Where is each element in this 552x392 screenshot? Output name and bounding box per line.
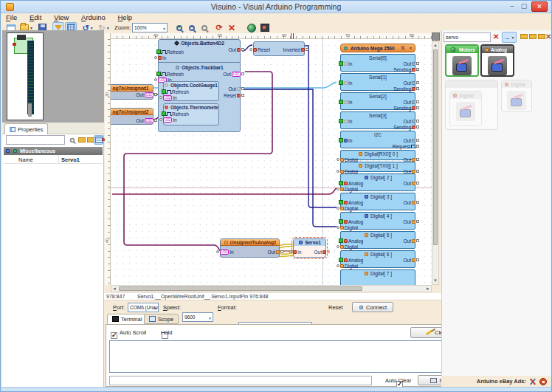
tab-properties[interactable]: Properties <box>4 123 48 134</box>
properties-filter-button[interactable] <box>67 135 77 145</box>
port-combo[interactable]: COM6 (Unav▼ <box>128 303 159 312</box>
out-pin-icon[interactable] <box>412 158 415 162</box>
canvas-hscrollbar[interactable]: ◄ ► <box>111 285 432 292</box>
tools-icon[interactable] <box>401 46 406 51</box>
tools-icon[interactable] <box>529 378 537 385</box>
compile-button[interactable] <box>259 22 271 33</box>
property-name-value[interactable]: Servo1 <box>61 157 80 163</box>
analog-pin[interactable] <box>339 181 343 185</box>
web-button[interactable] <box>246 22 258 33</box>
out-pin-icon[interactable] <box>412 220 415 224</box>
out-pin-icon[interactable] <box>412 182 415 185</box>
zoom-in-button[interactable] <box>173 22 185 33</box>
arduino-section-serial0[interactable]: Serial[0] In Out Sending <box>340 54 415 72</box>
toolbox-card-faded-digital[interactable]: Digital <box>449 91 482 126</box>
block-coolgauge[interactable]: Objects.CoolGauge1 Refresh U32In <box>163 81 219 101</box>
serial-in-pin[interactable] <box>339 100 343 104</box>
servo-component-tile[interactable] <box>452 56 472 75</box>
toolbox-card-motors[interactable]: Motors <box>445 44 479 77</box>
block-inverter[interactable]: Reset Inverted <box>253 41 305 56</box>
analog-pin[interactable] <box>339 200 343 204</box>
request-pulse-icon[interactable] <box>411 145 415 148</box>
toolbox-card-faded-group[interactable]: Digital <box>445 80 498 130</box>
sending-pin-icon[interactable] <box>412 87 415 91</box>
arduino-section-i2c[interactable]: I2C In Out Request <box>340 131 415 148</box>
out-pin-icon[interactable] <box>322 250 326 254</box>
arduino-section-serial2[interactable]: Serial[2] In Out Sending <box>340 92 415 110</box>
analog-pin[interactable] <box>339 258 343 262</box>
out-pin-icon[interactable] <box>237 87 241 91</box>
ad-blocker-icon[interactable] <box>539 378 547 385</box>
out-pin-icon[interactable] <box>412 170 415 173</box>
menu-edit[interactable]: Edit <box>26 13 45 21</box>
out-pin-icon[interactable] <box>412 62 415 66</box>
maximize-button[interactable]: ▢ <box>519 1 529 12</box>
arduino-section-serial3[interactable]: Serial[3] In Out Sending <box>340 111 415 129</box>
dropdown-arrow-icon[interactable]: ▼ <box>409 46 413 50</box>
block-arduino-mega[interactable]: Arduino Mega 2560 ▼ Serial[0] In Out Sen… <box>340 44 415 285</box>
terminal-output[interactable]: ▲ ▼ <box>109 340 466 373</box>
reset-pin-icon[interactable] <box>237 94 241 97</box>
out-pin-icon[interactable] <box>276 250 280 254</box>
menu-file[interactable]: File <box>2 13 21 21</box>
menu-view[interactable]: View <box>50 13 72 21</box>
arduino-section-digital4[interactable]: Digital[ 4 ] Analog Out Digital <box>340 212 415 230</box>
terminal-send-input[interactable] <box>109 376 372 385</box>
block-visual-objects[interactable]: Objects.Button4D2 Refresh Out In Objects… <box>158 39 241 132</box>
out-pin-icon[interactable] <box>412 120 415 123</box>
component-tile[interactable] <box>456 102 475 121</box>
toolbox-card-analog[interactable]: Analog <box>480 44 514 77</box>
design-canvas[interactable]: Objects.Button4D2 Refresh Out In Objects… <box>111 33 432 285</box>
arduino-section-serial1[interactable]: Serial[1] In Out Sending <box>340 73 415 91</box>
wire-reset-to-digital4[interactable] <box>242 89 337 227</box>
arduino-section-digital-rx0[interactable]: Digital[RX0][ 0 ] Digital Out <box>340 150 415 160</box>
close-button[interactable]: ✕ <box>531 1 548 12</box>
arduino-section-digital-tx0[interactable]: Digital[TX0][ 1 ] Digital Out <box>340 162 415 172</box>
arduino-section-digital6[interactable]: Digital[ 6 ] Analog Out Digital <box>340 250 415 268</box>
minimize-button[interactable]: – <box>507 1 517 12</box>
scroll-right-arrow[interactable]: ► <box>426 286 430 292</box>
arduino-section-digital7[interactable]: Digital[ 7 ] <box>340 269 415 285</box>
out-pin-icon[interactable] <box>412 258 415 262</box>
reset-pin-icon[interactable] <box>253 48 257 52</box>
block-analogtounsigned2[interactable]: ogToUnsigned2 OutU32 <box>111 108 153 125</box>
project-overview-thumbnail[interactable] <box>7 32 44 120</box>
connect-button[interactable]: Connect <box>352 302 393 312</box>
vscroll-thumb[interactable] <box>433 49 438 245</box>
zoom-out-button[interactable] <box>186 22 198 33</box>
block-analogtounsigned1[interactable]: ogToUnsigned1 OutU32 <box>111 84 153 100</box>
arduino-section-digital3[interactable]: Digital[ 3 ] Analog Out Digital <box>340 193 415 210</box>
tab-terminal[interactable]: Terminal <box>107 314 147 324</box>
out-pin-icon[interactable] <box>237 48 241 52</box>
wire-to-digital2[interactable] <box>112 188 337 194</box>
analog-pin[interactable] <box>339 219 343 224</box>
menu-help[interactable]: Help <box>114 13 136 21</box>
out-pin-icon[interactable] <box>412 139 415 142</box>
canvas-vscrollbar[interactable]: ▲ ▼ <box>432 41 439 285</box>
auto-scroll-checkbox[interactable] <box>111 332 117 339</box>
zoom-reset-button[interactable] <box>199 22 210 33</box>
search-mode-button[interactable]: → ▼ <box>502 32 517 43</box>
block-unsignedtoanalog1[interactable]: UnsignedToAnalog1 U32In Out <box>220 238 280 258</box>
block-thermometer[interactable]: Objects.Thermometer1 Refresh U32In <box>163 103 219 125</box>
out-pin-icon[interactable] <box>412 201 415 204</box>
clear-search-icon[interactable]: ✕ <box>493 32 499 41</box>
property-row-name[interactable]: Name Servo1 <box>4 155 103 164</box>
block-servo1[interactable]: Servo1 In Out <box>293 238 326 258</box>
servo-component-tile[interactable] <box>488 56 507 75</box>
arduino-section-digital5[interactable]: Digital[ 5 ] Analog Out Digital <box>340 231 415 249</box>
menu-arduino[interactable]: Arduino <box>77 13 109 21</box>
zoom-combo[interactable]: 100%▼ <box>132 23 168 32</box>
inverted-pin-icon[interactable] <box>301 48 305 52</box>
category-header[interactable]: Miscellaneous <box>4 147 103 155</box>
tab-scope[interactable]: Scope <box>144 314 179 324</box>
in-pin-icon[interactable] <box>293 250 297 254</box>
out-pin-icon[interactable] <box>412 100 415 104</box>
serial-in-pin[interactable] <box>339 119 343 123</box>
delete-button[interactable]: ✕ <box>226 22 238 33</box>
refresh-button[interactable]: ⟳ <box>213 22 225 33</box>
hscroll-thumb[interactable] <box>119 286 362 291</box>
out-pin-icon[interactable] <box>412 81 415 85</box>
sending-pin-icon[interactable] <box>412 106 415 110</box>
wire-inverted-to-digital3[interactable] <box>305 46 337 207</box>
